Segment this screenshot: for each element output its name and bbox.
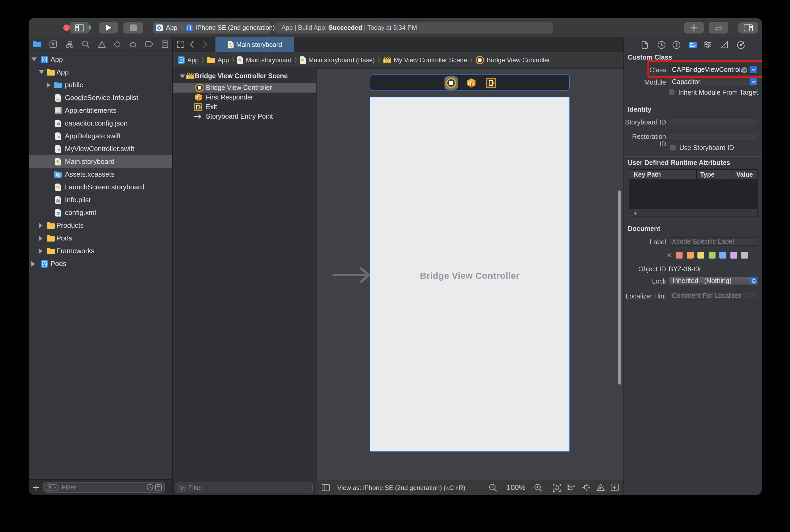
breadcrumb-app[interactable]: App [178, 56, 199, 63]
color-swatch-2[interactable] [697, 252, 704, 259]
recents-filter-icon[interactable] [147, 484, 153, 491]
disclosure-open-icon[interactable] [32, 57, 37, 61]
first-responder-icon[interactable]: 1 [466, 78, 476, 88]
identity-inspector-tab[interactable] [686, 37, 699, 52]
file-row-launchscreen-storyboard[interactable]: LaunchScreen.storyboard [29, 180, 172, 193]
add-file-button[interactable] [32, 481, 40, 493]
add-attribute-button[interactable]: + [634, 209, 638, 217]
view-controller-view[interactable]: Bridge View Controller [370, 97, 570, 452]
col-value[interactable]: Value [733, 170, 757, 179]
remove-attribute-button[interactable]: − [645, 209, 649, 217]
test-navigator-tab[interactable] [111, 37, 123, 51]
symbol-navigator-tab[interactable] [63, 37, 76, 51]
file-row-googleservice-info-plist[interactable]: PLISTGoogleService-Info.plist [29, 91, 172, 104]
module-field[interactable]: Capacitor [669, 77, 758, 86]
close-window-button[interactable] [63, 24, 70, 31]
disclosure-closed-icon[interactable] [39, 235, 42, 241]
tab-main-storyboard[interactable]: Main.storyboard [215, 37, 294, 52]
navigator-filter-field[interactable]: Filter [43, 482, 165, 493]
zoom-out-button[interactable] [489, 483, 497, 492]
file-row-assets-xcassets[interactable]: Assets.xcassets [29, 168, 172, 180]
outline-row-entry-point[interactable]: Storyboard Entry Point [173, 112, 316, 121]
col-key-path[interactable]: Key Path [634, 171, 696, 178]
history-inspector-tab[interactable] [654, 37, 668, 52]
file-row-appdelegate-swift[interactable]: AppDelegate.swift [29, 130, 172, 142]
resolve-button[interactable] [596, 483, 605, 491]
storyboard-canvas[interactable]: 1 Bridge View Controller [316, 69, 623, 480]
file-inspector-tab[interactable] [638, 37, 652, 52]
attributes-inspector-tab[interactable] [701, 37, 714, 52]
find-navigator-tab[interactable] [79, 37, 92, 51]
view-as-label[interactable]: View as: iPhone SE (2nd generation) (wC … [337, 484, 465, 492]
swap-editor-button[interactable] [709, 22, 728, 34]
scope-button[interactable] [553, 483, 561, 492]
file-row-info-plist[interactable]: PLISTInfo.plist [29, 193, 172, 206]
restoration-id-field[interactable] [669, 132, 758, 140]
scene-row[interactable]: Bridge View Controller Scene [173, 71, 316, 81]
breakpoint-navigator-tab[interactable] [142, 37, 155, 51]
col-type[interactable]: Type [696, 170, 733, 179]
file-row-app[interactable]: App [29, 53, 172, 66]
scheme-selector[interactable]: App › iPhone SE (2nd generation) [153, 22, 271, 34]
lock-stepper[interactable] [750, 278, 757, 284]
disclosure-closed-icon[interactable] [39, 223, 42, 228]
color-swatch-1[interactable] [687, 252, 693, 259]
lock-dropdown[interactable]: Inherited - (Nothing) [669, 277, 758, 285]
localizer-hint-field[interactable]: Comment For Localizer [669, 291, 758, 300]
add-editor-button[interactable] [684, 22, 704, 34]
source-control-navigator-tab[interactable] [47, 37, 60, 51]
file-row-myviewcontroller-swift[interactable]: MyViewController.swift [29, 142, 172, 155]
exit-icon[interactable] [486, 78, 496, 88]
outline-toggle-button[interactable] [322, 484, 330, 491]
run-button[interactable] [99, 22, 118, 34]
breadcrumb-bridge-view-controller[interactable]: Bridge View Controller [475, 56, 550, 64]
report-navigator-tab[interactable] [158, 37, 171, 51]
outline-filter-field[interactable]: Filter [176, 482, 313, 493]
outline-row-first-responder[interactable]: 1 First Responder [173, 93, 316, 102]
file-row-frameworks[interactable]: Frameworks [29, 244, 172, 257]
view-controller-icon[interactable] [446, 78, 456, 88]
inspector-toggle-button[interactable] [738, 22, 758, 34]
color-swatch-3[interactable] [708, 252, 715, 259]
file-row-app[interactable]: App [29, 66, 172, 78]
connections-inspector-tab[interactable] [734, 37, 748, 52]
module-dropdown-button[interactable] [750, 78, 757, 85]
no-color-button[interactable]: ✕ [667, 251, 672, 259]
size-inspector-tab[interactable] [717, 37, 731, 52]
disclosure-closed-icon[interactable] [32, 261, 35, 266]
scm-filter-icon[interactable] [155, 484, 162, 491]
use-storyboard-id-checkbox[interactable] [670, 145, 676, 151]
file-row-main-storyboard[interactable]: Main.storyboard [29, 155, 172, 168]
disclosure-closed-icon[interactable] [39, 248, 42, 253]
alignment-button[interactable] [566, 483, 575, 491]
document-label-field[interactable]: Xcode Specific Label [669, 237, 758, 246]
outline-row-exit[interactable]: Exit [173, 102, 316, 112]
zoom-in-button[interactable] [534, 483, 543, 492]
issue-navigator-tab[interactable] [95, 37, 108, 51]
outline-row-bridge-view-controller[interactable]: Bridge View Controller [173, 83, 316, 92]
embed-button[interactable] [611, 483, 619, 491]
tab-overview-button[interactable] [177, 41, 184, 48]
file-row-pods[interactable]: Pods [29, 257, 172, 270]
color-swatch-0[interactable] [676, 252, 682, 259]
forward-button[interactable] [203, 40, 208, 49]
color-swatch-6[interactable] [741, 252, 748, 259]
file-row-products[interactable]: Products [29, 219, 172, 232]
constraints-button[interactable] [582, 483, 591, 491]
navigator-toggle-button[interactable] [70, 22, 89, 34]
debug-navigator-tab[interactable] [127, 37, 139, 51]
stop-button[interactable] [123, 22, 143, 34]
file-row-config-xml[interactable]: config.xml [29, 206, 172, 219]
canvas-scrollbar[interactable] [618, 190, 621, 385]
file-row-app-entitlements[interactable]: App.entitlements [29, 104, 172, 117]
color-swatch-5[interactable] [730, 252, 737, 259]
scene-dock[interactable]: 1 [370, 75, 570, 91]
disclosure-open-icon[interactable] [39, 70, 44, 74]
activity-status[interactable]: App | Build App: Succeeded | Today at 5:… [274, 22, 553, 34]
zoom-level[interactable]: 100% [506, 483, 526, 492]
file-row-public[interactable]: public [29, 78, 172, 91]
file-row-capacitor-config-json[interactable]: Bcapacitor.config.json [29, 117, 172, 130]
breadcrumb-my-view-controller-scene[interactable]: My View Controller Scene [383, 56, 467, 63]
breadcrumb-app[interactable]: App [207, 56, 229, 63]
project-navigator-tab[interactable] [30, 37, 43, 51]
